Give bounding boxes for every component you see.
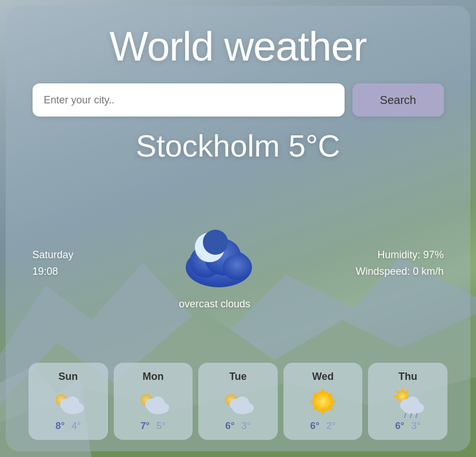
forecast-low: 3°: [411, 420, 421, 432]
svg-line-38: [406, 391, 408, 393]
svg-line-43: [405, 414, 406, 418]
search-button[interactable]: Search: [353, 83, 444, 117]
date-time-info: Saturday 19:08: [33, 247, 74, 280]
forecast-card: Wed 6° 2°: [283, 363, 363, 440]
forecast-low: 4°: [71, 420, 81, 432]
forecast-day: Thu: [398, 371, 417, 383]
forecast-low: 5°: [157, 420, 166, 432]
day-label: Saturday: [33, 247, 74, 263]
forecast-high: 6°: [225, 420, 234, 432]
search-row: Search: [33, 83, 444, 117]
forecast-day: Wed: [312, 371, 334, 383]
forecast-high: 7°: [141, 420, 150, 432]
forecast-temps: 7° 5°: [141, 420, 166, 432]
svg-point-14: [73, 403, 84, 413]
app-title: World weather: [110, 23, 367, 70]
svg-point-24: [242, 403, 254, 413]
forecast-high: 6°: [395, 420, 404, 432]
forecast-day: Sun: [58, 371, 78, 383]
svg-point-25: [313, 391, 333, 412]
forecast-row: Sun 8° 4° Mon: [29, 363, 447, 440]
svg-line-45: [416, 414, 417, 418]
city-temperature: Stockholm 5°C: [136, 128, 341, 163]
forecast-weather-icon: [391, 387, 425, 416]
forecast-temps: 6° 2°: [310, 420, 336, 432]
forecast-low: 3°: [241, 420, 250, 432]
weather-description: overcast clouds: [179, 298, 250, 310]
forecast-high: 6°: [310, 420, 319, 432]
svg-point-9: [203, 230, 228, 255]
cloud-moon-icon: [169, 216, 260, 290]
humidity-wind-info: Humidity: 97% Windspeed: 0 km/h: [355, 247, 443, 280]
forecast-temps: 8° 4°: [55, 420, 81, 432]
svg-point-42: [413, 403, 424, 413]
weather-main-section: Saturday 19:08 ove: [33, 169, 444, 357]
windspeed-label: Windspeed: 0 km/h: [355, 263, 443, 280]
city-input[interactable]: [33, 83, 345, 117]
forecast-weather-icon: [136, 387, 170, 416]
weather-icon-section: overcast clouds: [169, 216, 260, 310]
forecast-temps: 6° 3°: [225, 420, 251, 432]
forecast-card: Mon 7° 5°: [114, 363, 193, 440]
forecast-card: Sun 8° 4°: [29, 363, 108, 440]
forecast-card: Thu 6° 3°: [368, 363, 447, 440]
forecast-card: Tue 6° 3°: [198, 363, 278, 440]
humidity-label: Humidity: 97%: [355, 247, 443, 263]
forecast-weather-icon: [51, 387, 85, 416]
forecast-weather-icon: [221, 387, 255, 416]
svg-line-37: [397, 391, 399, 393]
time-label: 19:08: [33, 263, 74, 280]
forecast-low: 2°: [326, 420, 335, 432]
svg-point-7: [223, 255, 251, 280]
forecast-weather-icon: [306, 387, 340, 416]
forecast-day: Mon: [142, 371, 163, 383]
main-card: World weather Search Stockholm 5°C Satur…: [6, 6, 470, 451]
svg-point-19: [158, 403, 169, 413]
svg-line-44: [410, 414, 411, 418]
forecast-day: Tue: [229, 371, 247, 383]
forecast-temps: 6° 3°: [395, 420, 421, 432]
forecast-high: 8°: [55, 420, 65, 432]
